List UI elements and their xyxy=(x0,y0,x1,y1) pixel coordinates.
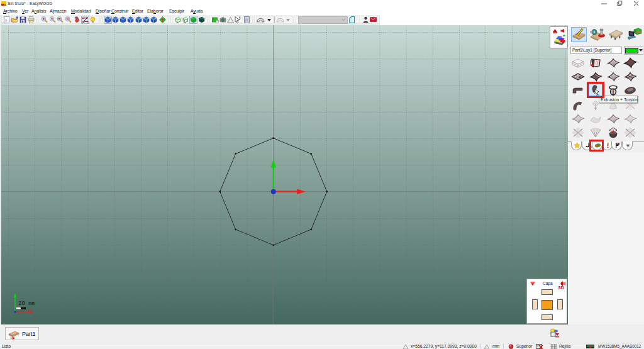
svg-text:vd: vd xyxy=(596,93,599,96)
svg-text:20 mm: 20 mm xyxy=(18,301,35,307)
